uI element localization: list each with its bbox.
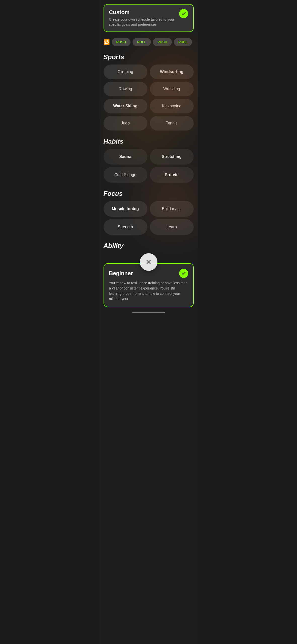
ability-header: Ability	[104, 242, 194, 250]
habit-protein[interactable]: Protein	[150, 167, 194, 183]
ability-section: Ability ✕ Beginner You're new to resista…	[104, 242, 194, 307]
focus-muscle-toning[interactable]: Muscle toning	[104, 201, 147, 217]
custom-card-text: Custom Create your own schedule tailored…	[109, 9, 177, 27]
custom-card-check	[179, 9, 188, 18]
sport-climbing[interactable]: Climbing	[104, 65, 147, 79]
schedule-tag-2[interactable]: PUSH	[153, 38, 172, 46]
sport-windsurfing[interactable]: Windsurfing	[150, 65, 194, 79]
habit-sauna[interactable]: Sauna	[104, 149, 147, 165]
ability-card-description: You're new to resistance training or hav…	[109, 280, 188, 302]
sport-judo[interactable]: Judo	[104, 116, 147, 131]
sport-kickboxing[interactable]: Kickboxing	[150, 99, 194, 113]
sport-wrestling[interactable]: Wrestling	[150, 82, 194, 96]
habits-header: Habits	[104, 138, 194, 145]
schedule-tag-0[interactable]: PUSH	[112, 38, 131, 46]
sport-rowing[interactable]: Rowing	[104, 82, 147, 96]
ability-card-title: Beginner	[109, 270, 133, 277]
schedule-tag-1[interactable]: PULL	[133, 38, 151, 46]
focus-build-mass[interactable]: Build mass	[150, 201, 194, 217]
sports-grid: Climbing Windsurfing Rowing Wrestling Wa…	[104, 65, 194, 131]
habits-grid: Sauna Stretching Cold Plunge Protein	[104, 149, 194, 183]
sport-waterskiing[interactable]: Water Skiing	[104, 99, 147, 113]
sport-tennis[interactable]: Tennis	[150, 116, 194, 131]
focus-strength[interactable]: Strength	[104, 219, 147, 235]
custom-card[interactable]: Custom Create your own schedule tailored…	[104, 4, 194, 32]
sports-header: Sports	[104, 53, 194, 61]
close-button[interactable]: ✕	[140, 253, 157, 271]
close-btn-wrapper: ✕	[104, 253, 194, 271]
habit-stretching[interactable]: Stretching	[150, 149, 194, 165]
schedule-tag-3[interactable]: PULL	[174, 38, 192, 46]
custom-card-description: Create your own schedule tailored to you…	[109, 17, 177, 27]
focus-header: Focus	[104, 190, 194, 198]
custom-card-title: Custom	[109, 9, 177, 16]
focus-learn[interactable]: Learn	[150, 219, 194, 235]
habit-coldplunge[interactable]: Cold Plunge	[104, 167, 147, 183]
focus-grid: Muscle toning Build mass Strength Learn	[104, 201, 194, 235]
repeat-icon: 🔁	[104, 39, 110, 45]
home-indicator	[132, 312, 165, 313]
schedule-row: 🔁 PUSH PULL PUSH PULL LEGS	[104, 38, 194, 46]
